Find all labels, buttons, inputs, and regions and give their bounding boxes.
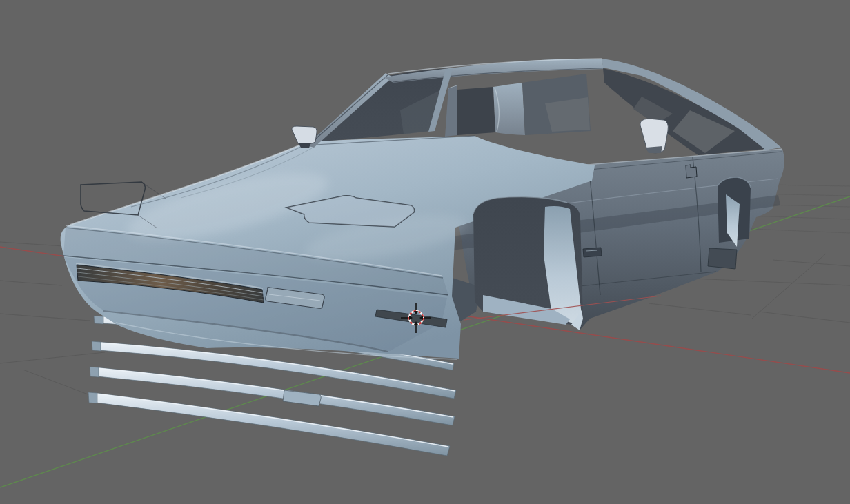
car-body-model[interactable] bbox=[61, 59, 784, 359]
b-pillar bbox=[445, 85, 457, 137]
trim-strip-tab bbox=[283, 390, 321, 406]
rear-glass-opening bbox=[603, 68, 764, 155]
fender-vent bbox=[583, 248, 602, 257]
3d-viewport[interactable] bbox=[0, 0, 850, 504]
trim-strip-endcaps bbox=[88, 316, 103, 403]
front-wheel-arch bbox=[473, 197, 583, 330]
mirror-left bbox=[292, 126, 317, 145]
quarter-window-opening bbox=[457, 87, 495, 135]
